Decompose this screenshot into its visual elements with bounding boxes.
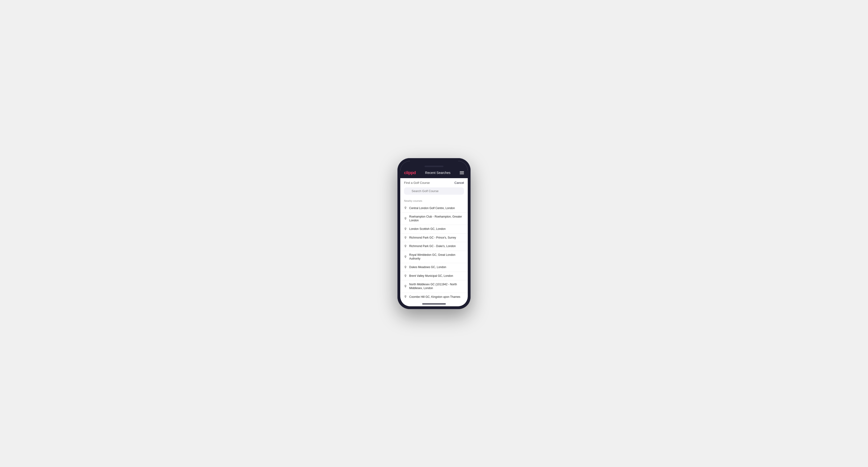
pin-icon — [404, 255, 407, 259]
course-list-item[interactable]: Coombe Hill GC, Kingston upon Thames — [400, 293, 468, 301]
svg-point-10 — [405, 285, 406, 286]
svg-point-7 — [405, 256, 406, 256]
svg-point-8 — [405, 267, 406, 267]
course-name: Richmond Park GC - Prince's, Surrey — [409, 236, 456, 240]
nearby-label: Nearby courses — [404, 199, 464, 202]
course-name: Dukes Meadows GC, London — [409, 266, 446, 269]
pin-icon — [404, 266, 407, 269]
svg-point-9 — [405, 275, 406, 276]
pin-icon — [404, 245, 407, 248]
search-input[interactable] — [404, 187, 464, 195]
course-list-item[interactable]: Richmond Park GC - Duke's, London — [400, 242, 468, 251]
pin-icon — [404, 217, 407, 220]
pin-icon — [404, 295, 407, 299]
pin-icon — [404, 275, 407, 278]
svg-point-3 — [405, 218, 406, 218]
home-indicator — [400, 302, 468, 306]
pin-icon — [404, 207, 407, 210]
search-box-wrapper — [404, 187, 464, 195]
pin-icon — [404, 285, 407, 288]
course-list-item[interactable]: Central London Golf Centre, London — [400, 204, 468, 213]
notch-pill — [425, 166, 443, 167]
search-box-container — [400, 186, 468, 197]
course-list: Central London Golf Centre, London Roeha… — [400, 204, 468, 301]
course-list-item[interactable]: Richmond Park GC - Prince's, Surrey — [400, 234, 468, 242]
course-list-item[interactable]: London Scottish GC, London — [400, 225, 468, 234]
find-label: Find a Golf Course — [404, 181, 430, 185]
phone-device: clippd Recent Searches Find a Golf Cours… — [397, 158, 471, 309]
svg-point-5 — [405, 237, 406, 238]
menu-line-2 — [460, 173, 464, 173]
nearby-section: Nearby courses — [400, 197, 468, 204]
find-header: Find a Golf Course Cancel — [400, 178, 468, 186]
app-header: clippd Recent Searches — [400, 168, 468, 178]
svg-point-6 — [405, 245, 406, 246]
home-bar — [422, 304, 446, 304]
svg-point-4 — [405, 228, 406, 229]
menu-line-3 — [460, 174, 464, 174]
header-title: Recent Searches — [425, 171, 450, 175]
pin-icon — [404, 236, 407, 240]
course-name: North Middlesex GC (1011942 - North Midd… — [409, 283, 464, 290]
phone-notch — [400, 161, 468, 168]
course-name: Coombe Hill GC, Kingston upon Thames — [409, 295, 460, 299]
course-name: Royal Wimbledon GC, Great London Authori… — [409, 253, 464, 260]
course-list-item[interactable]: North Middlesex GC (1011942 - North Midd… — [400, 280, 468, 292]
menu-icon[interactable] — [460, 171, 464, 174]
course-name: Roehampton Club - Roehampton, Greater Lo… — [409, 215, 464, 222]
svg-point-11 — [405, 296, 406, 297]
app-logo: clippd — [404, 170, 416, 175]
course-list-item[interactable]: Brent Valley Municipal GC, London — [400, 272, 468, 281]
course-list-item[interactable]: Dukes Meadows GC, London — [400, 263, 468, 272]
course-list-item[interactable]: Roehampton Club - Roehampton, Greater Lo… — [400, 213, 468, 225]
menu-line-1 — [460, 171, 464, 172]
course-name: Brent Valley Municipal GC, London — [409, 274, 453, 278]
search-screen: Find a Golf Course Cancel Nearby — [400, 178, 468, 302]
course-list-item[interactable]: Royal Wimbledon GC, Great London Authori… — [400, 251, 468, 263]
phone-screen: clippd Recent Searches Find a Golf Cours… — [400, 161, 468, 306]
svg-point-2 — [405, 207, 406, 208]
course-name: Central London Golf Centre, London — [409, 207, 455, 210]
course-name: Richmond Park GC - Duke's, London — [409, 245, 456, 248]
cancel-button[interactable]: Cancel — [455, 181, 464, 185]
pin-icon — [404, 227, 407, 231]
course-name: London Scottish GC, London — [409, 227, 445, 231]
